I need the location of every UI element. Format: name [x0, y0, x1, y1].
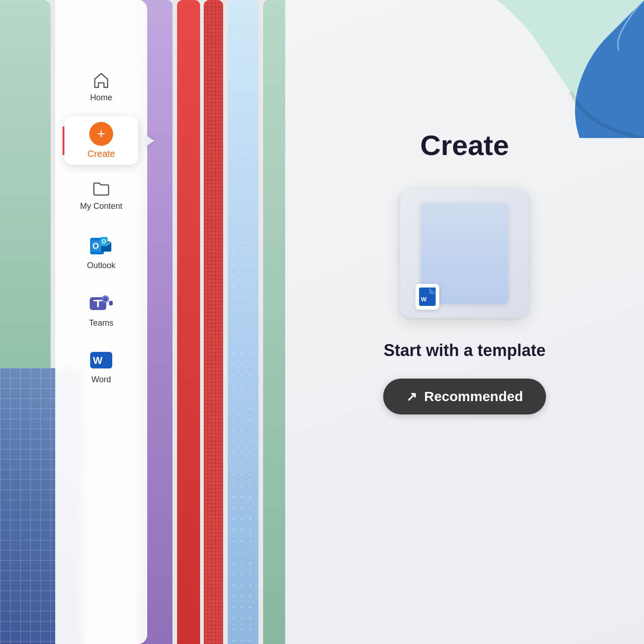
create-icon: + [89, 122, 113, 146]
sidebar-item-my-content[interactable]: My Content [64, 173, 138, 217]
sidebar-item-create-label: Create [87, 149, 115, 159]
trending-icon: ↗ [406, 389, 417, 404]
sidebar-item-my-content-label: My Content [80, 201, 122, 211]
strip-red [177, 0, 200, 644]
word-icon: W [89, 348, 113, 372]
svg-point-10 [103, 297, 108, 301]
sidebar-item-word-label: Word [92, 375, 111, 385]
create-tooltip-arrow [145, 134, 154, 147]
strip-red-mesh [204, 0, 223, 644]
svg-rect-8 [97, 300, 99, 307]
svg-text:W: W [421, 296, 427, 303]
page-curl-decoration [497, 0, 644, 138]
sidebar-item-teams[interactable]: Teams [64, 285, 138, 334]
svg-text:W: W [93, 355, 103, 366]
sidebar-item-home[interactable]: Home [64, 64, 138, 108]
template-card[interactable]: W [400, 189, 529, 318]
content-area: Create W Start with a template ↗ Recomme… [285, 0, 644, 644]
folder-icon [91, 178, 111, 199]
sidebar-item-outlook[interactable]: O O Outlook [64, 229, 138, 276]
svg-text:O: O [102, 238, 106, 245]
sidebar-item-home-label: Home [90, 93, 112, 103]
sidebar-item-create[interactable]: + Create [64, 116, 138, 165]
template-inner: W [421, 203, 508, 304]
create-title: Create [420, 129, 509, 161]
start-with-template-text: Start with a template [384, 341, 546, 360]
sidebar-item-teams-label: Teams [89, 318, 113, 328]
svg-rect-11 [109, 301, 113, 305]
word-badge: W [415, 284, 439, 310]
teams-icon [89, 291, 114, 316]
outlook-icon: O O [89, 234, 113, 258]
sidebar: Home + Create My Content O O Outlook [55, 0, 147, 644]
color-strips [138, 0, 290, 644]
recommended-button[interactable]: ↗ Recommended [383, 379, 546, 414]
strip-blue-sparkle [228, 0, 259, 644]
recommended-label: Recommended [424, 389, 523, 404]
sidebar-item-word[interactable]: W Word [64, 343, 138, 390]
word-doc-icon: W [419, 288, 436, 306]
sidebar-item-outlook-label: Outlook [87, 261, 115, 270]
home-icon [91, 70, 111, 90]
svg-text:O: O [92, 242, 99, 251]
